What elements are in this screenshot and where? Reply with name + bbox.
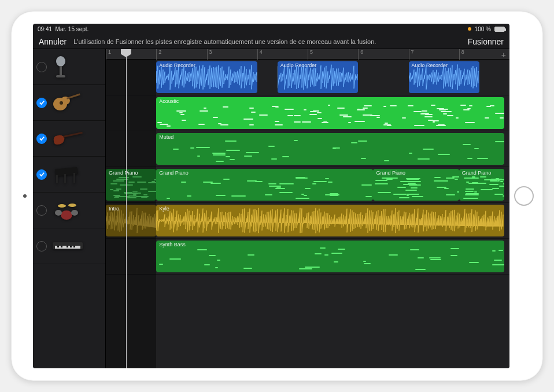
track-select-checkbox[interactable] <box>36 134 47 144</box>
svg-point-0 <box>56 56 65 66</box>
region-label: Kyle <box>159 206 169 212</box>
region-label: Grand Piano <box>462 170 492 176</box>
ruler-bar: 5 <box>308 49 313 60</box>
svg-point-5 <box>60 101 63 105</box>
svg-rect-18 <box>57 246 59 247</box>
ruler-bar: 1 <box>106 49 111 60</box>
svg-point-14 <box>58 204 66 208</box>
svg-rect-22 <box>73 246 75 247</box>
track-lane-bass[interactable]: Muted <box>106 131 509 167</box>
home-button[interactable] <box>514 186 534 206</box>
ruler-bar: 3 <box>207 49 212 60</box>
svg-point-13 <box>71 210 78 216</box>
guitar-bass-icon <box>51 127 84 150</box>
piano-icon <box>51 163 80 186</box>
camera-dot <box>23 194 27 198</box>
region-label: Grand Piano <box>109 170 138 176</box>
svg-point-12 <box>55 210 62 216</box>
svg-rect-19 <box>61 246 62 247</box>
region-label: Intro <box>109 206 119 212</box>
ruler-bar: 6 <box>358 49 363 60</box>
track-header-piano[interactable] <box>33 157 105 193</box>
region[interactable]: Kyle <box>156 205 504 236</box>
timeline[interactable]: + 12345678 Audio RecorderAudio RecorderA… <box>106 49 509 368</box>
status-bar: 09:41 Mar. 15 sept. 100 % <box>33 24 509 34</box>
svg-rect-7 <box>63 131 83 137</box>
ruler-bar: 8 <box>459 49 464 60</box>
region[interactable]: Intro <box>106 205 156 236</box>
track-lane-piano[interactable]: Grand PianoGrand PianoGrand PianoGrand P… <box>106 167 509 203</box>
track-select-checkbox[interactable] <box>36 241 47 252</box>
track-header-mic[interactable] <box>33 49 105 85</box>
track-select-checkbox[interactable] <box>36 62 47 72</box>
playhead-line <box>126 49 127 368</box>
svg-point-15 <box>68 204 76 207</box>
region[interactable]: Audio Recorder <box>156 61 257 93</box>
svg-rect-9 <box>73 173 75 183</box>
track-select-checkbox[interactable] <box>36 98 47 108</box>
track-lane-synth[interactable]: Synth Bass <box>106 239 509 275</box>
region-label: Muted <box>159 134 173 140</box>
lanes: Audio RecorderAudio RecorderAudio Record… <box>106 60 509 368</box>
track-lane-mic[interactable]: Audio RecorderAudio RecorderAudio Record… <box>106 60 509 95</box>
region-label: Synth Bass <box>159 242 186 247</box>
track-header-synth[interactable] <box>33 228 105 264</box>
region[interactable]: Muted <box>156 133 504 165</box>
region[interactable]: Acoustic <box>156 97 504 129</box>
region[interactable]: Audio Recorder <box>409 61 479 93</box>
svg-rect-20 <box>67 246 68 247</box>
svg-rect-6 <box>67 93 80 99</box>
svg-rect-10 <box>64 174 66 183</box>
track-header-acoustic[interactable] <box>33 85 105 121</box>
battery-icon <box>494 27 505 32</box>
region-label: Audio Recorder <box>412 62 448 68</box>
ruler-bar: 7 <box>409 49 414 60</box>
merge-button[interactable]: Fusionner <box>468 37 504 46</box>
region[interactable]: Synth Bass <box>156 241 504 272</box>
region[interactable]: Grand Piano <box>156 169 373 201</box>
track-headers <box>33 49 106 368</box>
status-battery-text: 100 % <box>475 26 491 32</box>
track-select-checkbox[interactable] <box>36 169 47 180</box>
recording-indicator-icon <box>468 27 471 31</box>
guitar-acoustic-icon <box>51 91 82 114</box>
region-label: Acoustic <box>159 98 179 104</box>
svg-point-11 <box>61 210 72 220</box>
track-select-checkbox[interactable] <box>36 205 47 216</box>
region-label: Grand Piano <box>159 170 189 176</box>
svg-rect-2 <box>56 75 65 77</box>
hint-text: L'utilisation de Fusionner les pistes en… <box>73 38 460 45</box>
ruler-bar: 2 <box>156 49 161 60</box>
track-lane-acoustic[interactable]: Acoustic <box>106 95 509 131</box>
keyboard-icon <box>51 235 84 258</box>
cancel-button[interactable]: Annuler <box>39 37 67 46</box>
region[interactable]: Grand Piano <box>373 169 459 201</box>
region[interactable]: Grand Piano <box>106 169 156 201</box>
mic-icon <box>51 56 70 79</box>
status-date: Mar. 15 sept. <box>56 26 89 32</box>
svg-rect-1 <box>60 66 62 75</box>
region-label: Audio Recorder <box>159 62 195 68</box>
add-section-button[interactable]: + <box>501 50 506 60</box>
track-header-drums[interactable] <box>33 193 105 228</box>
playhead[interactable] <box>121 49 131 57</box>
ruler[interactable]: + 12345678 <box>106 49 509 60</box>
region[interactable]: Grand Piano <box>459 169 505 201</box>
region-label: Audio Recorder <box>280 62 317 68</box>
region-label: Grand Piano <box>376 170 405 176</box>
status-right: 100 % <box>468 26 505 32</box>
track-header-bass[interactable] <box>33 121 105 157</box>
drums-icon <box>51 199 82 222</box>
track-lane-drums[interactable]: IntroKyle <box>106 203 509 239</box>
ruler-bar: 4 <box>257 49 263 60</box>
ipad-frame: 09:41 Mar. 15 sept. 100 % Annuler L'util… <box>11 11 543 381</box>
app-screen: 09:41 Mar. 15 sept. 100 % Annuler L'util… <box>33 24 509 368</box>
status-left: 09:41 Mar. 15 sept. <box>38 26 88 32</box>
region[interactable]: Audio Recorder <box>278 61 359 93</box>
svg-rect-21 <box>70 246 72 247</box>
workspace: + 12345678 Audio RecorderAudio RecorderA… <box>33 49 509 368</box>
top-bar: Annuler L'utilisation de Fusionner les p… <box>33 34 509 49</box>
status-time: 09:41 <box>38 26 52 32</box>
svg-rect-8 <box>56 175 58 183</box>
